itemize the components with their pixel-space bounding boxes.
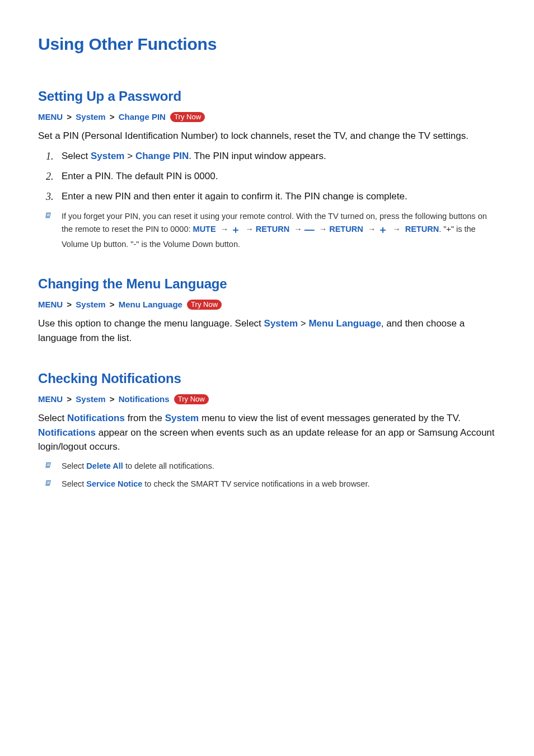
chevron-icon: > (301, 318, 306, 329)
chevron-icon: > (127, 151, 133, 161)
note-text: Select Service Notice to check the SMART… (62, 478, 369, 490)
arrow-icon: → (366, 225, 378, 234)
link-service-notice[interactable]: Service Notice (86, 479, 142, 488)
step-item: Select System > Change PIN. The PIN inpu… (49, 149, 496, 164)
try-now-button[interactable]: Try Now (187, 300, 222, 310)
key-return: RETURN (256, 225, 289, 234)
chevron-icon: > (108, 112, 116, 122)
link-system[interactable]: System (264, 318, 298, 329)
section-menu-language: Changing the Menu Language MENU > System… (38, 276, 496, 345)
chevron-icon: > (108, 300, 116, 309)
note-block: If you forget your PIN, you can reset it… (38, 210, 496, 251)
arrow-icon: → (218, 225, 231, 234)
text-fragment: to check the SMART TV service notificati… (142, 479, 369, 488)
path-system[interactable]: System (76, 300, 105, 309)
section-body: Select Notifications from the System men… (38, 411, 496, 454)
section-setting-up-password: Setting Up a Password MENU > System > Ch… (38, 88, 496, 250)
link-change-pin[interactable]: Change PIN (135, 151, 189, 161)
step-item: Enter a PIN. The default PIN is 0000. (49, 169, 496, 184)
note-icon (45, 478, 54, 490)
key-return: RETURN (329, 225, 363, 234)
note-block: Select Delete All to delete all notifica… (38, 460, 496, 472)
section-body: Use this option to change the menu langu… (38, 316, 496, 345)
chevron-icon: > (108, 394, 116, 404)
text-fragment: appear on the screen when events such as… (38, 427, 495, 452)
step-item: Enter a new PIN and then enter it again … (49, 189, 496, 204)
text-fragment: Use this option to change the menu langu… (38, 318, 264, 329)
arrow-icon: → (390, 225, 403, 234)
arrow-icon: → (317, 225, 330, 234)
note-icon (45, 460, 54, 472)
try-now-button[interactable]: Try Now (174, 394, 209, 404)
key-plus: ＋ (231, 224, 241, 235)
section-intro: Set a PIN (Personal Identification Numbe… (38, 129, 496, 143)
section-heading: Setting Up a Password (38, 88, 496, 104)
text-fragment: Select (62, 479, 86, 488)
link-menu-language[interactable]: Menu Language (308, 318, 381, 329)
link-notifications[interactable]: Notifications (67, 413, 125, 423)
note-block: Select Service Notice to check the SMART… (38, 478, 496, 490)
step-text: Select (62, 151, 91, 161)
page-title: Using Other Functions (38, 35, 496, 54)
arrow-icon: → (292, 225, 305, 234)
menu-path: MENU > System > Change PIN Try Now (38, 112, 496, 122)
key-return: RETURN (405, 225, 439, 234)
section-heading: Checking Notifications (38, 371, 496, 386)
text-fragment: Select (62, 461, 86, 470)
key-plus: ＋ (378, 224, 388, 235)
path-menu[interactable]: MENU (38, 112, 63, 122)
key-minus: — (305, 224, 315, 235)
link-system[interactable]: System (91, 151, 124, 161)
note-icon (45, 210, 54, 251)
chevron-icon: > (65, 300, 73, 309)
chevron-icon: > (65, 394, 73, 404)
link-system[interactable]: System (165, 413, 199, 423)
section-heading: Changing the Menu Language (38, 276, 496, 292)
path-notifications[interactable]: Notifications (119, 394, 170, 404)
menu-path: MENU > System > Notifications Try Now (38, 394, 496, 404)
path-system[interactable]: System (76, 112, 105, 122)
link-delete-all[interactable]: Delete All (86, 461, 123, 470)
menu-path: MENU > System > Menu Language Try Now (38, 300, 496, 310)
path-menu[interactable]: MENU (38, 300, 63, 309)
arrow-icon: → (243, 225, 256, 234)
document-page: Using Other Functions Setting Up a Passw… (0, 0, 534, 539)
path-system[interactable]: System (76, 394, 105, 404)
path-change-pin[interactable]: Change PIN (119, 112, 166, 122)
text-fragment: from the (125, 413, 165, 423)
chevron-icon: > (65, 112, 73, 122)
try-now-button[interactable]: Try Now (170, 112, 205, 122)
path-menu-language[interactable]: Menu Language (119, 300, 182, 309)
note-text: Select Delete All to delete all notifica… (62, 460, 214, 472)
path-menu[interactable]: MENU (38, 394, 63, 404)
note-text: If you forget your PIN, you can reset it… (62, 210, 496, 251)
step-text: . The PIN input window appears. (189, 151, 326, 161)
key-mute: MUTE (193, 225, 216, 234)
steps-list: Select System > Change PIN. The PIN inpu… (38, 149, 496, 204)
text-fragment: Select (38, 413, 67, 423)
text-fragment: to delete all notifications. (123, 461, 214, 470)
link-notifications[interactable]: Notifications (38, 427, 96, 438)
section-notifications: Checking Notifications MENU > System > N… (38, 371, 496, 490)
text-fragment: menu to view the list of event messages … (199, 413, 461, 423)
